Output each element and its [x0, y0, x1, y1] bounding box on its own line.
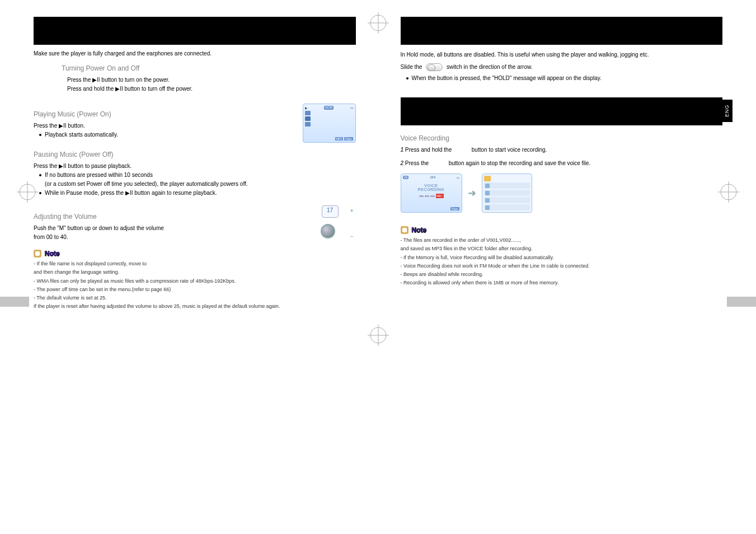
left-page: Make sure the player is fully charged an… — [0, 0, 378, 534]
text-vol-1: Push the "M" button up or down to adjust… — [34, 224, 299, 233]
notes-left: - If the file name is not displayed corr… — [34, 260, 356, 311]
rec-step2a: Press the — [405, 160, 429, 166]
text-power-off: Press and hold the ▶II button to turn of… — [67, 85, 356, 93]
file-icon — [485, 205, 490, 210]
note-item: - The files are recorded in the order of… — [401, 236, 723, 245]
note-item: - Recording is allowed only when there i… — [401, 279, 723, 287]
bullet-icon — [39, 192, 41, 194]
file-icon — [485, 191, 490, 195]
hold-intro: In Hold mode, all buttons are disabled. … — [401, 50, 723, 59]
intro-text: Make sure the player is fully charged an… — [34, 50, 356, 57]
hold-switch-icon — [426, 63, 443, 71]
player-screen-illustration: ▶NOR▭ MP3Kbps — [303, 104, 356, 143]
note-heading-right: Note — [401, 226, 427, 234]
right-page: ENG In Hold mode, all buttons are disabl… — [378, 0, 757, 534]
bullet-icon — [39, 134, 41, 136]
subhead-pause: Pausing Music (Power Off) — [34, 151, 294, 158]
subhead-power: Turning Power On and Off — [62, 64, 356, 72]
text-pause-b2: While in Pause mode, press the ▶II butto… — [45, 190, 217, 196]
eng-tab: ENG — [721, 100, 732, 122]
subhead-volume: Adjusting the Volume — [34, 213, 299, 221]
note-item: If the player is reset after having adju… — [34, 302, 356, 311]
note-label-text: Note — [412, 226, 427, 234]
text-pause-b1b: (or a custom set Power off time you sele… — [45, 180, 294, 189]
volume-value: 17 — [322, 205, 339, 218]
arrow-icon: ➜ — [468, 187, 476, 199]
notes-right: - The files are recorded in the order of… — [401, 236, 723, 288]
text-play-press: Press the ▶II button. — [34, 121, 294, 130]
note-item: - WMA files can only be played as music … — [34, 277, 356, 285]
note-icon — [401, 226, 408, 234]
header-recording-voice — [401, 97, 723, 125]
note-heading-left: Note — [34, 250, 60, 257]
note-item: - Voice Recording does not work in FM Mo… — [401, 262, 723, 270]
bullet-icon — [39, 174, 41, 176]
header-playing-music — [34, 17, 356, 45]
text-pause-press: Press the ▶II button to pause playback. — [34, 162, 294, 171]
note-item: - If the file name is not displayed corr… — [34, 260, 356, 268]
hold-bullet: When the button is pressed, the "HOLD" m… — [412, 75, 602, 81]
hold-slide-post: switch in the direction of the arrow. — [447, 64, 532, 70]
text-power-on: Press the ▶II button to turn on the powe… — [67, 76, 356, 85]
text-pause-b1: If no buttons are pressed within 10 seco… — [45, 172, 153, 178]
rec-step1a: Press and hold the — [405, 147, 452, 153]
m-button-icon — [321, 224, 335, 238]
volume-illustration: 17 + − — [308, 205, 356, 242]
note-label-text: Note — [45, 250, 60, 257]
folder-icon — [484, 176, 491, 181]
note-item: - If the Memory is full, Voice Recording… — [401, 254, 723, 262]
note-item: and saved as MP3 files in the VOICE fold… — [401, 245, 723, 253]
note-item: - The default volume is set at 25. — [34, 294, 356, 302]
note-icon — [34, 250, 41, 257]
note-item: - The power off time can be set in the m… — [34, 285, 356, 294]
subhead-play: Playing Music (Power On) — [34, 110, 294, 118]
recording-illustration-group: VROFF▭ VOICERECORDING REC Kbps ➜ — [401, 174, 723, 213]
text-play-starts: Playback starts automatically. — [45, 132, 118, 138]
file-icon — [485, 198, 490, 203]
note-item: - Beeps are disabled while recording. — [401, 270, 723, 279]
rec-step1b: button to start voice recording. — [472, 147, 547, 153]
rec-step2b: button again to stop the recording and s… — [449, 160, 591, 166]
recording-screen: VROFF▭ VOICERECORDING REC Kbps — [401, 174, 462, 213]
text-vol-2: from 00 to 40. — [34, 233, 299, 242]
file-list-screen — [482, 174, 532, 213]
bullet-icon — [406, 77, 408, 79]
header-hold-feature — [401, 17, 723, 45]
note-item: and then change the language setting. — [34, 268, 356, 277]
hold-slide-pre: Slide the — [401, 64, 422, 70]
file-icon — [485, 184, 490, 188]
subhead-voice-recording: Voice Recording — [401, 134, 723, 142]
